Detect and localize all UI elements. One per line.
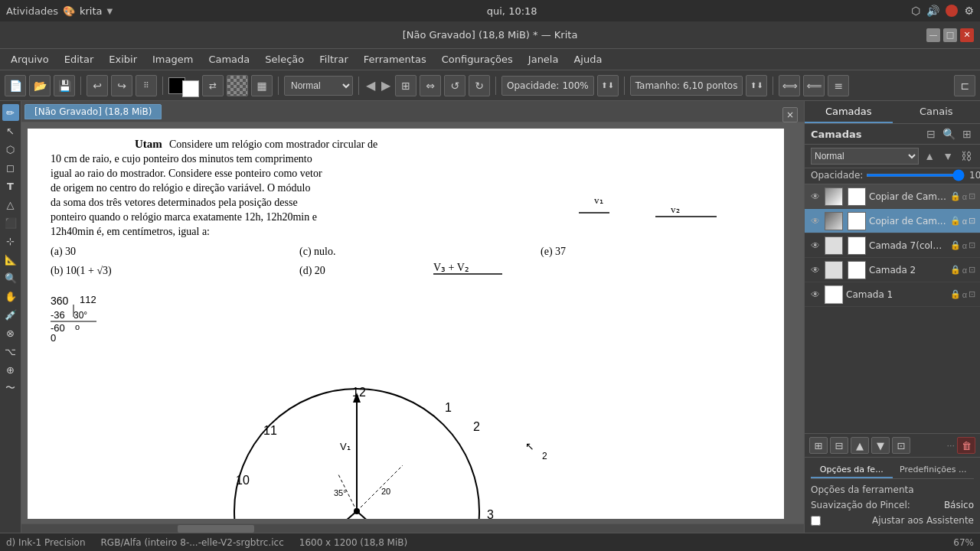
- size-control[interactable]: Tamanho: 6,10 pontos: [630, 76, 743, 96]
- opacity-slider[interactable]: [866, 174, 965, 177]
- new-file-button[interactable]: 📄: [5, 75, 26, 96]
- layer-more-0[interactable]: ⊡: [969, 191, 975, 201]
- menu-selecao[interactable]: Seleção: [257, 52, 312, 67]
- layer-visibility-0[interactable]: 👁: [809, 191, 822, 203]
- layer-lock-4[interactable]: 🔒: [950, 289, 961, 299]
- add-layer-button[interactable]: ⊞: [809, 437, 828, 454]
- menu-arquivo[interactable]: Arquivo: [3, 52, 57, 67]
- canvas-tab[interactable]: [Não Gravado] (18,8 MiB): [24, 104, 162, 119]
- layer-up-button[interactable]: ▲: [851, 437, 869, 454]
- blend-chain-button[interactable]: ⛓: [959, 149, 974, 163]
- wrap-mode-button[interactable]: ⊞: [395, 75, 416, 96]
- adjust-checkbox[interactable]: [811, 516, 821, 526]
- pattern-button[interactable]: [227, 75, 248, 96]
- layer-item-4[interactable]: 👁 Camada 2 🔒 α ⊡: [805, 258, 980, 282]
- fill-tool[interactable]: ⬡: [2, 141, 19, 158]
- brush-preset-button[interactable]: ⠿: [136, 75, 157, 96]
- layers-filter-button[interactable]: ⊟: [924, 127, 938, 141]
- maximize-button[interactable]: □: [943, 28, 957, 42]
- layer-visibility-4[interactable]: 👁: [809, 289, 822, 301]
- settings-toggle-button[interactable]: ≡: [828, 75, 849, 96]
- layer-item[interactable]: 👁 Copiar de Cama... 🔒 α ⊡: [805, 184, 980, 209]
- save-file-button[interactable]: 💾: [54, 75, 75, 96]
- layer-duplicate-button[interactable]: ⊡: [892, 437, 910, 454]
- end-button[interactable]: ⊏: [954, 75, 975, 96]
- undo-button[interactable]: ↩: [87, 75, 108, 96]
- zoom-status[interactable]: 67%: [953, 537, 974, 548]
- eraser-tool[interactable]: ◻: [2, 159, 19, 176]
- close-canvas-button[interactable]: ×: [782, 107, 798, 122]
- tab-camadas[interactable]: Camadas: [805, 101, 893, 123]
- rotate-left-button[interactable]: ↺: [444, 75, 466, 96]
- layer-lock-0[interactable]: 🔒: [950, 191, 961, 201]
- gradient-tool[interactable]: ⬛: [2, 214, 19, 231]
- color-swap-button[interactable]: ⇄: [202, 75, 224, 96]
- opacity-control[interactable]: Opacidade: 100%: [501, 76, 594, 96]
- menu-filtrar[interactable]: Filtrar: [312, 52, 356, 67]
- text-tool[interactable]: T: [2, 178, 19, 194]
- layer-alpha-2[interactable]: α: [962, 240, 967, 250]
- rotate-right-button[interactable]: ↻: [469, 75, 490, 96]
- activities-label[interactable]: Atividades: [6, 5, 58, 17]
- flow-back-button[interactable]: ◀: [364, 77, 377, 94]
- assistant-tool[interactable]: ⊕: [2, 361, 19, 378]
- layers-options-button[interactable]: ⊞: [960, 127, 974, 141]
- tab-options-fe[interactable]: Opções da fe...: [811, 462, 893, 478]
- mirror-button[interactable]: ⟺: [779, 75, 800, 96]
- tab-canais[interactable]: Canais: [893, 101, 981, 123]
- layer-group-button[interactable]: ⊟: [830, 437, 848, 454]
- smart-patch[interactable]: ⊗: [2, 324, 19, 341]
- layer-alpha-1[interactable]: α: [962, 216, 967, 226]
- size-stepper[interactable]: ⬆⬇: [746, 75, 767, 96]
- menu-ferramentas[interactable]: Ferramentas: [356, 52, 434, 67]
- layer-more-4[interactable]: ⊡: [969, 289, 975, 299]
- shape-tool[interactable]: △: [2, 196, 19, 213]
- menu-exibir[interactable]: Exibir: [101, 52, 145, 67]
- layer-more-1[interactable]: ⊡: [969, 216, 975, 226]
- close-button[interactable]: ✕: [960, 28, 974, 42]
- menu-editar[interactable]: Editar: [57, 52, 102, 67]
- layers-search-button[interactable]: 🔍: [940, 127, 958, 141]
- opacity-stepper[interactable]: ⬆⬇: [597, 75, 619, 96]
- bezier-tool[interactable]: 〜: [2, 380, 19, 396]
- layer-alpha-4[interactable]: α: [962, 289, 967, 299]
- canvas-hscroll[interactable]: [21, 523, 804, 533]
- layer-visibility-1[interactable]: 👁: [809, 215, 822, 227]
- flip-v-button[interactable]: ⟸: [803, 75, 825, 96]
- layer-visibility-2[interactable]: 👁: [809, 240, 822, 252]
- menu-janela[interactable]: Janela: [521, 52, 567, 67]
- layer-alpha-0[interactable]: α: [962, 191, 967, 201]
- menu-camada[interactable]: Camada: [201, 52, 257, 67]
- fill-tool-button[interactable]: ▦: [251, 75, 273, 96]
- menu-imagem[interactable]: Imagem: [145, 52, 201, 67]
- layer-item-3[interactable]: 👁 Camada 7(colado) 🔒 α ⊡: [805, 233, 980, 258]
- blend-down-button[interactable]: ▼: [940, 149, 956, 163]
- color-picker[interactable]: 💉: [2, 306, 19, 323]
- minimize-button[interactable]: —: [926, 28, 940, 42]
- open-file-button[interactable]: 📂: [29, 75, 51, 96]
- select-tool[interactable]: ↖: [2, 122, 19, 139]
- layer-lock-2[interactable]: 🔒: [950, 240, 961, 250]
- contiguous-select[interactable]: ⌥: [2, 343, 19, 360]
- layer-visibility-3[interactable]: 👁: [809, 264, 822, 276]
- layers-blend-select[interactable]: Normal: [811, 148, 919, 165]
- layer-lock-3[interactable]: 🔒: [950, 265, 961, 275]
- settings-icon[interactable]: ⚙: [964, 5, 974, 17]
- menu-ajuda[interactable]: Ajuda: [566, 52, 609, 67]
- layer-lock-1[interactable]: 🔒: [950, 216, 961, 226]
- flow-forward-button[interactable]: ▶: [380, 77, 392, 94]
- dropdown-icon[interactable]: ▼: [106, 7, 113, 15]
- delete-layer-button[interactable]: 🗑: [957, 437, 975, 454]
- paint-tool[interactable]: ✏: [2, 104, 19, 121]
- blend-up-button[interactable]: ▲: [922, 149, 937, 163]
- zoom-tool[interactable]: 🔍: [2, 269, 19, 286]
- pan-tool[interactable]: ✋: [2, 288, 19, 305]
- measure-tool[interactable]: 📐: [2, 251, 19, 268]
- canvas-scroll[interactable]: Utam Considere um relógio com mostrador …: [21, 122, 804, 533]
- background-color[interactable]: [182, 80, 199, 97]
- blend-mode-select[interactable]: Normal: [284, 76, 353, 96]
- redo-button[interactable]: ↪: [111, 75, 132, 96]
- layer-item-active[interactable]: 👁 Copiar de Cam... 🔒 α ⊡: [805, 209, 980, 233]
- layer-more-3[interactable]: ⊡: [969, 265, 975, 275]
- layer-more-2[interactable]: ⊡: [969, 240, 975, 250]
